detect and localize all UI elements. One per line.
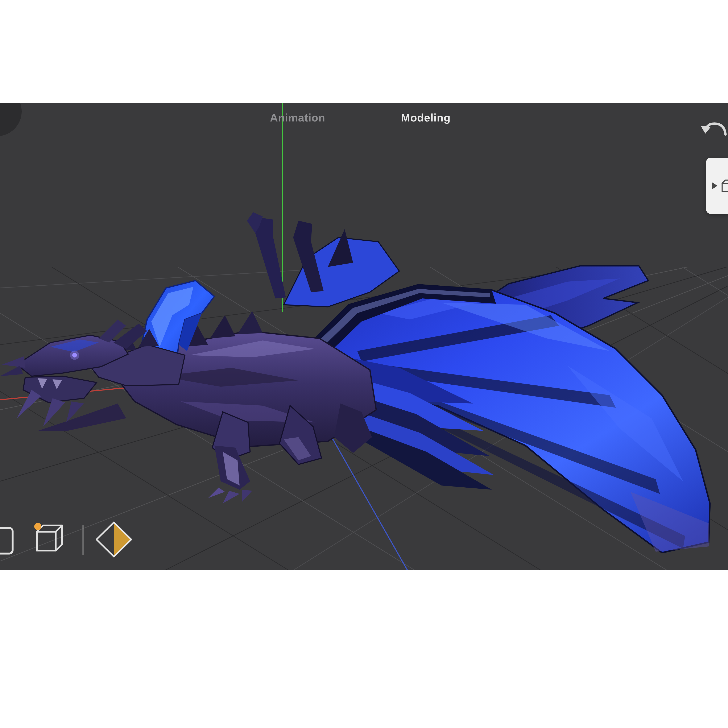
cube-icon[interactable] (720, 178, 728, 194)
dragon-eye (72, 353, 77, 358)
corner-overlay (0, 103, 21, 136)
dragon-wing-shoulder[interactable] (247, 212, 399, 307)
frame-tool-icon[interactable] (0, 528, 12, 554)
3d-viewport[interactable]: Animation Modeling (0, 103, 728, 570)
tab-animation[interactable]: Animation (270, 112, 325, 124)
app-screen: Animation Modeling (0, 0, 728, 728)
viewport-scene (0, 103, 728, 570)
undo-icon[interactable] (700, 124, 725, 135)
dragon-model[interactable] (0, 212, 710, 553)
play-expand-icon[interactable] (710, 181, 718, 191)
cube-vertex-icon[interactable] (34, 523, 62, 551)
mirror-tool-icon[interactable] (96, 522, 132, 557)
side-panel-handle[interactable] (706, 158, 728, 214)
tab-modeling[interactable]: Modeling (401, 112, 451, 124)
vertex-dot (34, 523, 41, 530)
dragon-legs[interactable] (208, 404, 372, 503)
